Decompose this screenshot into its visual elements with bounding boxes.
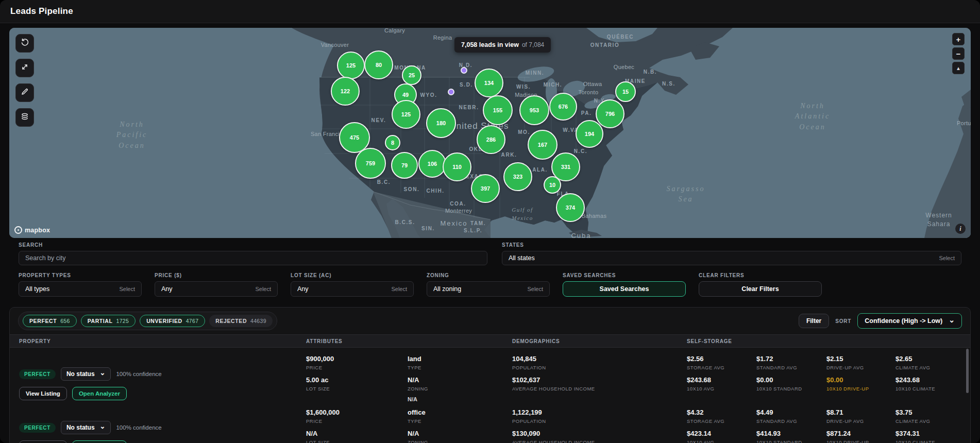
tab-label: PERFECT — [29, 318, 57, 324]
states-select[interactable]: All states Select — [502, 251, 961, 265]
lead-cluster[interactable]: 796 — [596, 99, 624, 128]
lead-cluster[interactable]: 323 — [503, 162, 532, 191]
population-value: 104,845 — [512, 355, 687, 363]
column-property: PROPERTY — [19, 338, 306, 344]
lead-cluster[interactable]: 194 — [576, 120, 603, 148]
metric-pair: $2.15DRIVE-UP AVG — [826, 355, 895, 370]
lead-cluster[interactable]: 759 — [355, 148, 386, 179]
metric-value: $4.49 — [756, 408, 826, 416]
status-badge: PERFECT — [19, 423, 56, 433]
metric-value: $0.00 — [756, 376, 826, 384]
open-analyzer-button[interactable]: Open Analyzer — [72, 440, 127, 443]
zoom-out-button[interactable]: − — [952, 47, 965, 60]
states-field-group: STATES All states Select — [502, 242, 961, 265]
metric-value: $0.00 — [826, 376, 895, 384]
property-types-hint: Select — [119, 286, 135, 292]
lead-cluster[interactable]: 25 — [402, 65, 421, 85]
states-select-hint: Select — [939, 255, 955, 261]
view-listing-button[interactable]: View Listing — [19, 387, 67, 400]
income-value: $130,090 — [512, 430, 687, 437]
lead-cluster[interactable]: 79 — [391, 152, 418, 179]
lead-cluster[interactable]: 676 — [549, 93, 577, 121]
lead-cluster[interactable]: 167 — [528, 130, 557, 160]
property-types-select[interactable]: All types Select — [19, 281, 142, 297]
zoning-select[interactable]: All zoning Select — [427, 281, 550, 297]
metric-label: CLIMATE AVG — [895, 365, 970, 370]
clear-filters-button[interactable]: Clear Filters — [699, 281, 822, 297]
lead-marker[interactable] — [448, 89, 454, 95]
saved-searches-label: SAVED SEARCHES — [563, 272, 686, 278]
lot-size-label: LOT SIZE — [306, 386, 408, 391]
price-label: PRICE — [306, 418, 408, 424]
lead-cluster[interactable]: 397 — [471, 174, 500, 203]
metric-label: 10X10 STANDARD — [756, 386, 826, 391]
type-label: TYPE — [408, 418, 512, 424]
tab-partial[interactable]: PARTIAL1725 — [81, 315, 136, 327]
zoom-in-button[interactable]: + — [952, 33, 965, 45]
lead-cluster[interactable]: 125 — [337, 52, 365, 79]
table-scrollbar[interactable] — [966, 349, 969, 393]
price-value: Any — [161, 285, 173, 293]
metric-pair: $0.0010X10 DRIVE-UP — [826, 376, 895, 391]
draw-button[interactable] — [15, 83, 34, 102]
lead-cluster[interactable]: 8 — [385, 135, 400, 150]
expand-button[interactable] — [15, 59, 34, 77]
income-pair: $130,090 AVERAGE HOUSEHOLD INCOME — [512, 430, 687, 443]
sort-dropdown[interactable]: Confidence (High -> Low) ⌄ — [857, 313, 962, 329]
zoning-label: ZONING — [408, 439, 512, 443]
tab-rejected[interactable]: REJECTED44639 — [209, 315, 273, 327]
price-pair: $900,000 PRICE — [306, 355, 408, 370]
status-badge: PERFECT — [19, 369, 56, 379]
saved-searches-button[interactable]: Saved Searches — [563, 281, 686, 297]
lot-size-select[interactable]: Any Select — [291, 281, 414, 297]
table-header: PROPERTY ATTRIBUTES DEMOGRAPHICS SELF-ST… — [10, 334, 970, 348]
zoning-label: ZONING — [408, 386, 512, 391]
column-self-storage: SELF-STORAGE — [687, 338, 970, 344]
tab-count: 4767 — [186, 318, 199, 324]
storage-metric: $2.15DRIVE-UP AVG$0.0010X10 DRIVE-UP — [826, 355, 895, 402]
lead-cluster[interactable]: 953 — [519, 95, 549, 125]
compass-button[interactable]: ▲ — [952, 62, 965, 74]
metric-pair: $414.9310X10 STANDARD — [756, 430, 826, 443]
lead-marker[interactable] — [461, 67, 467, 74]
zoning-hint: Select — [527, 286, 543, 292]
leads-map[interactable]: VancouverCalgaryReginaN.D.S.D.MONTANAWYO… — [9, 28, 971, 238]
open-analyzer-button[interactable]: Open Analyzer — [72, 387, 127, 400]
chevron-down-icon: ⌄ — [100, 422, 106, 430]
lead-cluster[interactable]: 106 — [418, 150, 446, 178]
price-select[interactable]: Any Select — [155, 281, 278, 297]
lead-cluster[interactable]: 286 — [477, 125, 505, 154]
status-dropdown[interactable]: No status ⌄ — [61, 367, 111, 381]
zoning-value: All zoning — [433, 285, 461, 293]
tab-unverified[interactable]: UNVERIFIED4767 — [140, 315, 205, 327]
zoning-label: ZONING — [427, 272, 550, 278]
lead-cluster[interactable]: 180 — [426, 108, 456, 138]
reset-rotate-button[interactable] — [15, 34, 34, 53]
lead-cluster[interactable]: 15 — [615, 81, 636, 102]
lead-cluster[interactable]: 80 — [364, 50, 393, 79]
search-input[interactable] — [25, 254, 481, 262]
lead-cluster[interactable]: 125 — [392, 100, 420, 129]
metric-value: $3.75 — [895, 408, 970, 416]
map-attribution-info-icon[interactable]: i — [955, 224, 966, 234]
filter-button[interactable]: Filter — [799, 314, 829, 328]
metric-pair: $423.1410X10 AVG — [687, 430, 756, 443]
price-value: $900,000 — [306, 355, 408, 363]
lead-cluster[interactable]: 122 — [331, 77, 360, 106]
lead-cluster[interactable]: 155 — [483, 95, 513, 125]
metric-label: STANDARD AVG — [756, 365, 826, 370]
layers-button[interactable] — [15, 108, 34, 127]
lot-size-pair: 5.00 ac LOT SIZE — [306, 376, 408, 391]
lead-cluster[interactable]: 10 — [544, 176, 561, 194]
tab-perfect[interactable]: PERFECT656 — [23, 315, 77, 327]
lead-cluster[interactable]: 110 — [443, 152, 471, 181]
metric-pair: $8.71DRIVE-UP AVG — [826, 408, 895, 424]
view-listing-button[interactable]: View Listing — [19, 440, 67, 443]
type-pair: office TYPE — [408, 408, 512, 424]
status-dropdown[interactable]: No status ⌄ — [61, 421, 111, 434]
lead-cluster[interactable]: 134 — [475, 69, 503, 97]
lead-cluster[interactable]: 374 — [556, 193, 585, 222]
metric-label: DRIVE-UP AVG — [826, 418, 895, 424]
price-label: PRICE ($) — [155, 272, 278, 278]
metric-label: 10X10 DRIVE-UP — [826, 439, 895, 443]
